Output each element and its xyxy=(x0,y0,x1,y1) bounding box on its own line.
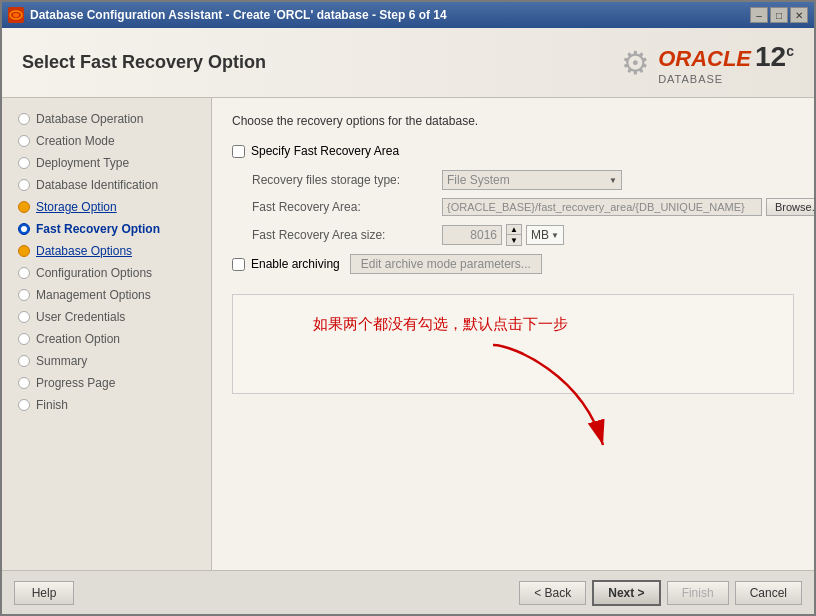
fast-recovery-area-row: Fast Recovery Area: Browse... xyxy=(232,198,794,216)
annotation-text: 如果两个都没有勾选，默认点击下一步 xyxy=(313,315,568,334)
sidebar-item-configuration-options: Configuration Options xyxy=(2,262,211,284)
main-window: Database Configuration Assistant - Creat… xyxy=(0,0,816,616)
recovery-files-control: File System ▼ xyxy=(442,170,794,190)
fast-recovery-size-row: Fast Recovery Area size: ▲ ▼ MB ▼ xyxy=(232,224,794,246)
fast-recovery-size-label: Fast Recovery Area size: xyxy=(252,228,442,242)
sidebar-dot-configuration-options xyxy=(18,267,30,279)
fast-recovery-area-label: Fast Recovery Area: xyxy=(252,200,442,214)
recovery-files-dropdown[interactable]: File System ▼ xyxy=(442,170,622,190)
title-bar: Database Configuration Assistant - Creat… xyxy=(2,2,814,28)
sidebar-dot-management-options xyxy=(18,289,30,301)
fast-recovery-size-control: ▲ ▼ MB ▼ xyxy=(442,224,794,246)
sidebar-dot-progress-page xyxy=(18,377,30,389)
sidebar-dot-database-identification xyxy=(18,179,30,191)
edit-archive-button[interactable]: Edit archive mode parameters... xyxy=(350,254,542,274)
enable-archiving-label[interactable]: Enable archiving xyxy=(251,257,340,271)
minimize-button[interactable]: – xyxy=(750,7,768,23)
content-area: Choose the recovery options for the data… xyxy=(212,98,814,570)
app-icon xyxy=(8,7,24,23)
sidebar-dot-database-options xyxy=(18,245,30,257)
enable-archiving-checkbox[interactable] xyxy=(232,258,245,271)
gear-icon: ⚙ xyxy=(621,44,650,82)
window-controls: – □ ✕ xyxy=(750,7,808,23)
back-button[interactable]: < Back xyxy=(519,581,586,605)
sidebar-item-deployment-type: Deployment Type xyxy=(2,152,211,174)
size-row: ▲ ▼ MB ▼ xyxy=(442,224,564,246)
main-content: Database Operation Creation Mode Deploym… xyxy=(2,98,814,570)
annotation-box: 如果两个都没有勾选，默认点击下一步 xyxy=(232,294,794,394)
sidebar-dot-creation-option xyxy=(18,333,30,345)
oracle-version-text: 12c xyxy=(755,41,794,73)
close-button[interactable]: ✕ xyxy=(790,7,808,23)
sidebar-item-progress-page: Progress Page xyxy=(2,372,211,394)
browse-button[interactable]: Browse... xyxy=(766,198,814,216)
sidebar-item-user-credentials: User Credentials xyxy=(2,306,211,328)
fast-recovery-area-control: Browse... xyxy=(442,198,814,216)
fast-recovery-area-input[interactable] xyxy=(442,198,762,216)
unit-dropdown-arrow-icon: ▼ xyxy=(551,231,559,240)
help-button[interactable]: Help xyxy=(14,581,74,605)
sidebar-item-summary: Summary xyxy=(2,350,211,372)
page-title: Select Fast Recovery Option xyxy=(22,52,266,73)
bottom-bar: Help < Back Next > Finish Cancel xyxy=(2,570,814,614)
instruction-text: Choose the recovery options for the data… xyxy=(232,114,794,128)
sidebar: Database Operation Creation Mode Deploym… xyxy=(2,98,212,570)
dropdown-arrow-icon: ▼ xyxy=(609,176,617,185)
oracle-logo: ⚙ ORACLE 12c DATABASE xyxy=(621,41,794,85)
cancel-button[interactable]: Cancel xyxy=(735,581,802,605)
sidebar-dot-storage-option xyxy=(18,201,30,213)
next-button[interactable]: Next > xyxy=(592,580,660,606)
enable-archiving-row: Enable archiving Edit archive mode param… xyxy=(232,254,794,274)
finish-button[interactable]: Finish xyxy=(667,581,729,605)
specify-fra-checkbox[interactable] xyxy=(232,145,245,158)
sidebar-item-creation-mode: Creation Mode xyxy=(2,130,211,152)
recovery-files-label: Recovery files storage type: xyxy=(252,173,442,187)
sidebar-dot-creation-mode xyxy=(18,135,30,147)
sidebar-item-database-options[interactable]: Database Options xyxy=(2,240,211,262)
sidebar-item-management-options: Management Options xyxy=(2,284,211,306)
recovery-files-row: Recovery files storage type: File System… xyxy=(232,170,794,190)
sidebar-item-database-identification: Database Identification xyxy=(2,174,211,196)
size-input[interactable] xyxy=(442,225,502,245)
sidebar-item-fast-recovery-option[interactable]: Fast Recovery Option xyxy=(2,218,211,240)
specify-fra-section: Specify Fast Recovery Area xyxy=(232,144,794,158)
sidebar-dot-finish xyxy=(18,399,30,411)
sidebar-item-creation-option: Creation Option xyxy=(2,328,211,350)
spin-up-button[interactable]: ▲ xyxy=(507,225,521,235)
sidebar-dot-fast-recovery-option xyxy=(18,223,30,235)
window-title: Database Configuration Assistant - Creat… xyxy=(30,8,744,22)
specify-fra-label[interactable]: Specify Fast Recovery Area xyxy=(251,144,399,158)
annotation-arrow-icon xyxy=(433,335,653,475)
sidebar-dot-user-credentials xyxy=(18,311,30,323)
spin-down-button[interactable]: ▼ xyxy=(507,235,521,245)
maximize-button[interactable]: □ xyxy=(770,7,788,23)
sidebar-dot-database-operation xyxy=(18,113,30,125)
spin-control: ▲ ▼ xyxy=(506,224,522,246)
oracle-brand: ORACLE 12c DATABASE xyxy=(658,41,794,85)
archive-section: Enable archiving Edit archive mode param… xyxy=(232,254,794,274)
svg-point-1 xyxy=(13,13,19,17)
oracle-sub-text: DATABASE xyxy=(658,73,794,85)
sidebar-item-finish: Finish xyxy=(2,394,211,416)
sidebar-item-storage-option[interactable]: Storage Option xyxy=(2,196,211,218)
size-unit-dropdown[interactable]: MB ▼ xyxy=(526,225,564,245)
header-section: Select Fast Recovery Option ⚙ ORACLE 12c… xyxy=(2,28,814,98)
sidebar-dot-summary xyxy=(18,355,30,367)
oracle-brand-text: ORACLE xyxy=(658,46,751,72)
sidebar-item-database-operation: Database Operation xyxy=(2,108,211,130)
sidebar-dot-deployment-type xyxy=(18,157,30,169)
